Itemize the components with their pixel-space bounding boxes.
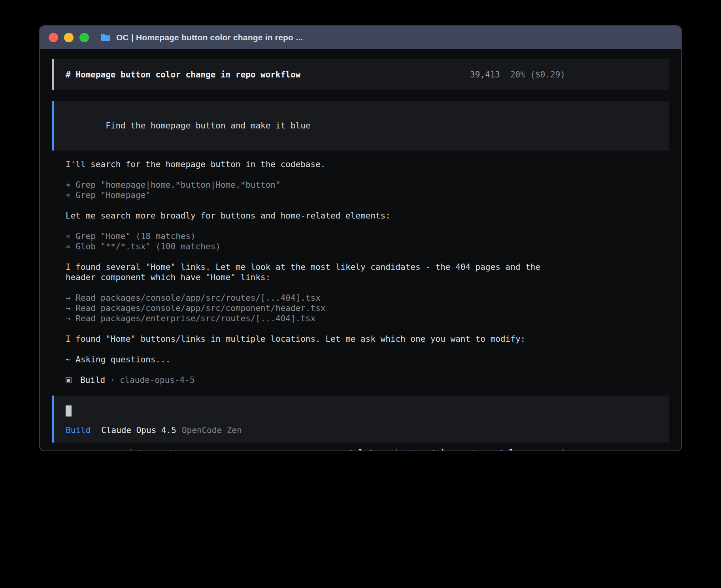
esc-label: interrupt	[128, 448, 174, 451]
shortcut-commands: ctrl+p commands	[494, 448, 569, 451]
tool-call-read: → Read packages/console/app/src/routes/[…	[66, 293, 669, 303]
window-titlebar: OC | Homepage button color change in rep…	[40, 26, 681, 49]
assistant-paragraph: I'll search for the homepage button in t…	[66, 159, 669, 170]
tool-call-group: ∗ Grep "homepage|home.*button|Home.*butt…	[66, 180, 669, 200]
tool-call-group: ∗ Grep "Home" (18 matches) ∗ Glob "**/*.…	[66, 231, 669, 252]
agent-task-row: Build · claude-opus-4-5	[66, 375, 669, 385]
input-status-row: Build Claude Opus 4.5 OpenCode Zen	[66, 425, 657, 435]
commands-label: commands	[529, 448, 569, 451]
assistant-paragraph: I found several "Home" links. Let me loo…	[66, 262, 669, 283]
assistant-text: header component which have "Home" links…	[66, 272, 669, 283]
tool-call-glob: ∗ Glob "**/*.tsx" (100 matches)	[66, 241, 669, 252]
tool-call-read: → Read packages/console/app/src/componen…	[66, 303, 669, 313]
task-separator: ·	[110, 375, 115, 385]
assistant-transcript: I'll search for the homepage button in t…	[52, 159, 669, 396]
task-square-icon	[66, 377, 72, 383]
task-model-name: claude-opus-4-5	[120, 375, 195, 385]
footer-shortcuts: ctrl+t variants tab agents ctrl+p comman…	[344, 448, 669, 451]
shortcut-interrupt: esc interrupt	[108, 448, 174, 451]
shortcut-agents: tab agents	[431, 448, 481, 451]
terminal-content: # Homepage button color change in repo w…	[40, 49, 681, 451]
assistant-text: I found "Home" buttons/links in multiple…	[66, 334, 669, 344]
user-message-text: Find the homepage button and make it blu…	[106, 121, 310, 130]
tool-call-group: → Read packages/console/app/src/routes/[…	[66, 293, 669, 324]
agents-label: agents	[451, 448, 481, 451]
text-cursor	[66, 405, 72, 416]
provider-label: OpenCode Zen	[182, 425, 242, 435]
token-count: 39,413	[470, 70, 500, 80]
tab-key: tab	[431, 448, 446, 451]
model-label: Claude Opus 4.5	[101, 425, 176, 435]
session-stats: 39,413 20% ($0.29)	[470, 70, 565, 80]
session-header: # Homepage button color change in repo w…	[52, 59, 669, 90]
ctrl-p-key: ctrl+p	[494, 448, 524, 451]
assistant-paragraph: I found "Home" buttons/links in multiple…	[66, 334, 669, 344]
status-line-group: ~ Asking questions...	[66, 354, 669, 365]
folder-icon	[100, 33, 111, 42]
status-asking-questions: ~ Asking questions...	[66, 354, 669, 365]
close-button[interactable]	[49, 33, 58, 42]
assistant-text: I'll search for the homepage button in t…	[66, 159, 669, 170]
task-agent-name: Build	[80, 375, 105, 385]
agent-mode-label: Build	[66, 425, 91, 435]
terminal-window: OC | Homepage button color change in rep…	[39, 25, 682, 451]
tool-call-grep: ∗ Grep "Home" (18 matches)	[66, 231, 669, 241]
tool-call-grep: ∗ Grep "Homepage"	[66, 190, 669, 200]
prompt-input[interactable]: Build Claude Opus 4.5 OpenCode Zen	[52, 396, 669, 443]
zoom-button[interactable]	[79, 33, 89, 42]
desktop-background: OC | Homepage button color change in rep…	[0, 0, 721, 588]
traffic-lights	[49, 33, 89, 42]
user-message: Find the homepage button and make it blu…	[52, 101, 669, 151]
minimize-button[interactable]	[64, 33, 74, 42]
assistant-text: Let me search more broadly for buttons a…	[66, 211, 669, 221]
ctrl-t-key: ctrl+t	[344, 448, 374, 451]
assistant-text: I found several "Home" links. Let me loo…	[66, 262, 669, 272]
window-title: OC | Homepage button color change in rep…	[116, 33, 303, 42]
shortcut-variants: ctrl+t variants	[344, 448, 419, 451]
esc-key: esc	[108, 448, 123, 451]
assistant-paragraph: Let me search more broadly for buttons a…	[66, 211, 669, 221]
tool-call-grep: ∗ Grep "homepage|home.*button|Home.*butt…	[66, 180, 669, 190]
status-footer: esc interrupt ctrl+t variants tab agents…	[52, 448, 669, 451]
variants-label: variants	[379, 448, 419, 451]
session-title: # Homepage button color change in repo w…	[66, 70, 300, 80]
tool-call-read: → Read packages/enterprise/src/routes/[.…	[66, 313, 669, 324]
usage-cost: 20% ($0.29)	[510, 70, 565, 80]
